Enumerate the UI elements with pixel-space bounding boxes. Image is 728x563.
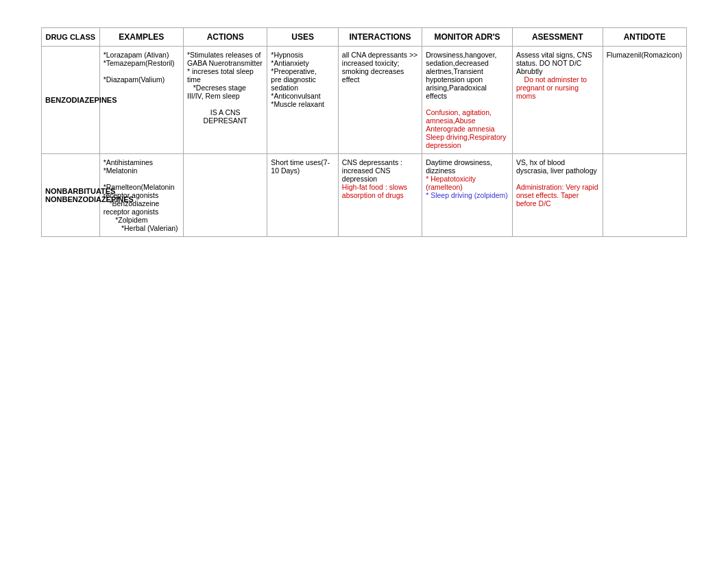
header-row: DRUG CLASS EXAMPLES ACTIONS USES INTERAC…	[42, 28, 687, 47]
monitor-nonbenzo-main: Daytime drowsiness, dizziness	[426, 158, 492, 175]
drug-class-label: BENZODIAZEPINES	[45, 96, 117, 104]
uses-text: *Hypnosis*Antianxiety*Preoperative,pre d…	[271, 51, 324, 108]
monitor-red-text: Confusion, agitation, amnesia,AbuseAnter…	[426, 108, 506, 149]
table-row-benzodiazepines: BENZODIAZEPINES *Lorazapam (Ativan)*Tema…	[42, 47, 687, 154]
header-actions: ACTIONS	[184, 28, 267, 47]
interactions-text: all CNA depressants >> increased toxicit…	[342, 51, 417, 84]
antidote-nonbenzo	[603, 154, 686, 237]
uses-nonbenzo: Short time uses(7-10 Days)	[267, 154, 339, 237]
antidote-text: Flumazenil(Romazicon)	[607, 51, 682, 59]
uses-nonbenzo-text: Short time uses(7-10 Days)	[271, 158, 330, 175]
header-interactions: INTERACTIONS	[338, 28, 422, 47]
header-examples: EXAMPLES	[99, 28, 183, 47]
table-row-nonbenzo: NONBARBITUATES NONBENZODIAZEPINES *Antih…	[42, 154, 687, 237]
assessment-nonbenzo-red: Administration: Very rapid onset effects…	[516, 183, 598, 208]
interactions-benzo: all CNA depressants >> increased toxicit…	[338, 47, 422, 154]
examples-nonbenzo-text: *Antihistamines*Melatonin*Ramelteon(Mela…	[104, 158, 178, 232]
monitor-main-text: Drowsiness,hangover, sedation,decreased …	[426, 51, 496, 100]
examples-text: *Lorazapam (Ativan)*Temazepam(Restoril)*…	[104, 51, 175, 84]
assessment-main-text: Assess vital signs, CNS status. DO NOT D…	[516, 51, 592, 75]
examples-nonbenzo: *Antihistamines*Melatonin*Ramelteon(Mela…	[99, 154, 183, 237]
antidote-benzo: Flumazenil(Romazicon)	[603, 47, 686, 154]
actions-center-text: IS A CNSDEPRESANT	[187, 108, 263, 125]
header-assessment: ASESSMENT	[512, 28, 603, 47]
monitor-benzo: Drowsiness,hangover, sedation,decreased …	[422, 47, 513, 154]
drug-table: DRUG CLASS EXAMPLES ACTIONS USES INTERAC…	[41, 27, 687, 237]
page-wrapper: DRUG CLASS EXAMPLES ACTIONS USES INTERAC…	[0, 0, 728, 264]
assessment-nonbenzo: VS, hx of blood dyscrasia, liver patholo…	[512, 154, 603, 237]
monitor-nonbenzo-blue: * Sleep driving (zolpidem)	[426, 191, 508, 199]
monitor-nonbenzo: Daytime drowsiness, dizziness * Hepatoto…	[422, 154, 513, 237]
assessment-nonbenzo-main: VS, hx of blood dyscrasia, liver patholo…	[516, 158, 597, 175]
drug-class-nonbenzo: NONBARBITUATES NONBENZODIAZEPINES	[42, 154, 100, 237]
actions-nonbenzo	[184, 154, 267, 237]
monitor-nonbenzo-red: * Hepatotoxicity (ramelteon)	[426, 175, 476, 191]
actions-text: *Stimulates releases of GABA Nuerotransm…	[187, 51, 263, 125]
header-uses: USES	[267, 28, 339, 47]
interactions-nonbenzo-main: CNS depressants : increased CNS depressi…	[342, 158, 402, 183]
drug-class-benzo: BENZODIAZEPINES	[42, 47, 100, 154]
assessment-benzo: Assess vital signs, CNS status. DO NOT D…	[512, 47, 603, 154]
interactions-nonbenzo-red: High-fat food : slows absorption of drug…	[342, 183, 407, 199]
assessment-red-text: Do not adminster to pregnant or nursing …	[516, 75, 587, 100]
actions-benzo: *Stimulates releases of GABA Nuerotransm…	[184, 47, 267, 154]
interactions-nonbenzo: CNS depressants : increased CNS depressi…	[338, 154, 422, 237]
header-monitor: MONITOR ADR'S	[422, 28, 513, 47]
header-drug-class: DRUG CLASS	[42, 28, 100, 47]
header-antidote: ANTIDOTE	[603, 28, 686, 47]
uses-benzo: *Hypnosis*Antianxiety*Preoperative,pre d…	[267, 47, 339, 154]
